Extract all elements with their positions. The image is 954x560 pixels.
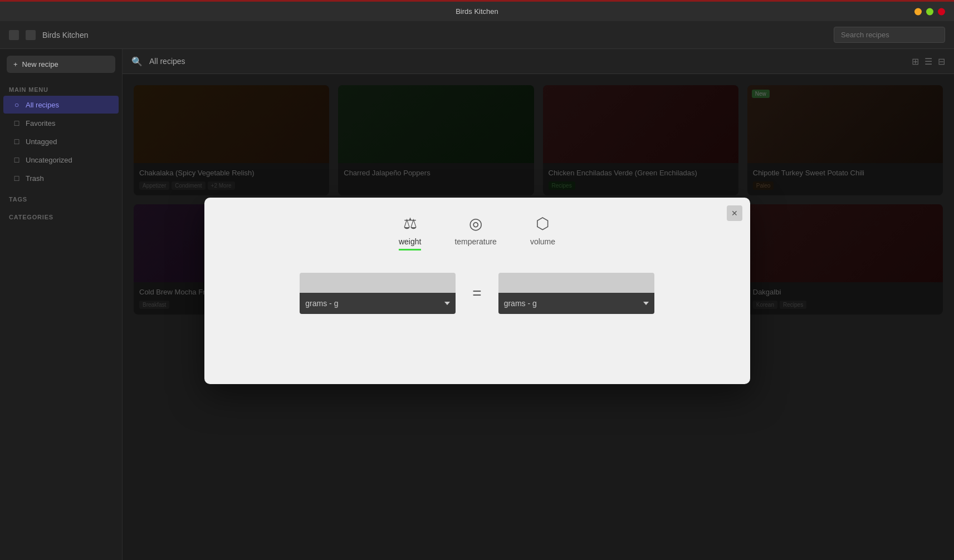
modal-close-button[interactable]: ✕ [727,205,742,221]
app-chrome: Birds Kitchen + New recipe MAIN MENU ○ A… [0,21,954,560]
weight-icon: ⚖ [403,214,417,233]
minimize-button[interactable] [914,8,922,15]
left-number-input[interactable] [300,273,456,293]
converter-modal: ✕ ⚖ weight ◎ temperature ⬡ volume [204,198,750,384]
temperature-label: temperature [454,237,496,246]
modal-tabs: ⚖ weight ◎ temperature ⬡ volume [399,214,555,250]
title-bar: Birds Kitchen [0,0,954,21]
equals-sign: = [472,284,481,302]
right-converter-group: grams - g kilograms - kg ounces - oz pou… [498,273,654,314]
weight-label: weight [399,237,421,246]
left-unit-select[interactable]: grams - g kilograms - kg ounces - oz pou… [300,293,456,314]
tab-temperature[interactable]: ◎ temperature [454,214,496,250]
modal-backdrop: ✕ ⚖ weight ◎ temperature ⬡ volume [0,21,954,560]
maximize-button[interactable] [926,8,933,15]
volume-icon: ⬡ [536,214,549,233]
volume-label: volume [530,237,555,246]
right-unit-select[interactable]: grams - g kilograms - kg ounces - oz pou… [498,293,654,314]
window-controls [914,8,945,15]
left-converter-group: grams - g kilograms - kg ounces - oz pou… [300,273,456,314]
temperature-icon: ◎ [469,214,482,233]
close-button[interactable] [938,8,945,15]
tab-weight[interactable]: ⚖ weight [399,214,421,250]
window-title: Birds Kitchen [456,7,498,16]
right-number-input[interactable] [498,273,654,293]
converter-row: grams - g kilograms - kg ounces - oz pou… [227,273,728,314]
tab-volume[interactable]: ⬡ volume [530,214,555,250]
